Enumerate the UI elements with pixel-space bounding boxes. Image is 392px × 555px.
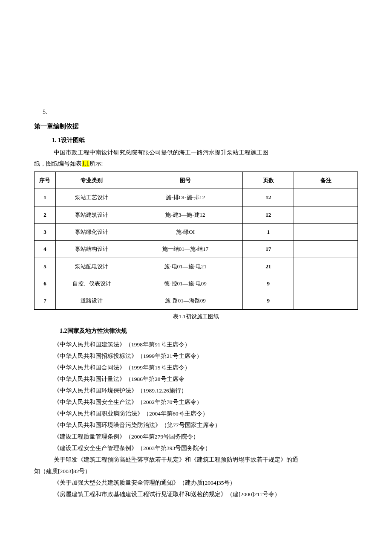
law-item: 《中华人民共和国计量法》（1986年第28号主席令 — [54, 373, 358, 385]
law-item: 《中华人民共和国职业病防治法》（2004年第60号主席令） — [54, 408, 358, 419]
cell-cat: 泵站建筑设计 — [55, 206, 128, 223]
cell-num: 施-建3—施-建12 — [128, 206, 243, 223]
table-row: 6 自控、仪表设计 德-控01—施-电09 9 — [35, 275, 358, 292]
para2-post: 所示: — [89, 160, 103, 167]
list-number-5: 5. — [43, 107, 358, 117]
cell-num: 施-排OI-施-排12 — [128, 189, 243, 206]
table-row: 3 泵站绿化设计 施-绿OI 1 — [35, 223, 358, 240]
header-drawing-num: 图号 — [128, 171, 243, 189]
cell-seq: 3 — [35, 223, 56, 240]
law-item: 《房屋建筑工程和市政基础建设工程试行见证取样和送检的规定》（建[2000]211… — [54, 488, 358, 500]
law-item: 《建设工程安全生产管理条例》（2003年第393号国务院令） — [54, 442, 358, 454]
law-item: 《建设工程质量管理条例》（2000年第279号国务院令） — [54, 431, 358, 442]
cell-num: 德-控01—施-电09 — [128, 275, 243, 292]
cell-page: 21 — [243, 258, 294, 275]
table-ref-highlight: 1.1 — [82, 160, 89, 167]
cell-num: 施-电01—施-电21 — [128, 258, 243, 275]
cell-seq: 2 — [35, 206, 56, 223]
cell-note — [294, 206, 358, 223]
table-row: 2 泵站建筑设计 施-建3—施-建12 12 — [35, 206, 358, 223]
law-item: 《中华人民共和国合同法》（1999年第15号主席令） — [54, 362, 358, 373]
section-1-1-title: 1. 1设计图纸 — [52, 135, 358, 145]
law-item: 《中华人民共和国环境保护法》（1989.12.26施行） — [54, 385, 358, 396]
header-note: 备注 — [294, 171, 358, 189]
cell-note — [294, 258, 358, 275]
law-item: 《关于加强大型公共建筑质量安全管理的通知》（建办质[2004]35号） — [54, 477, 358, 488]
table-row: 5 泵站配电设计 施-电01—施-电21 21 — [35, 258, 358, 275]
table-row: 1 泵站工艺设计 施-排OI-施-排12 12 — [35, 189, 358, 206]
section-1-2-title: 1.2国家及地方性法律法规 — [60, 325, 358, 336]
cell-cat: 自控、仪表设计 — [55, 275, 128, 292]
law-item: 《中华人民共和国招标投标法》（1999年第21号主席令） — [54, 350, 358, 362]
cell-page: 12 — [243, 189, 294, 206]
cell-cat: 泵站绿化设计 — [55, 223, 128, 240]
law-item: 《中华人民共和国安全生产法》（2002年第70号主席令） — [54, 396, 358, 408]
cell-cat: 道路设计 — [55, 292, 128, 309]
cell-seq: 4 — [35, 241, 56, 258]
cell-page: 12 — [243, 206, 294, 223]
table-header-row: 序号 专业类别 图号 页数 备注 — [35, 171, 358, 189]
cell-page: 9 — [243, 292, 294, 309]
chapter-title: 第一章编制依据 — [34, 121, 358, 132]
cell-cat: 泵站工艺设计 — [55, 189, 128, 206]
cell-seq: 5 — [35, 258, 56, 275]
cell-page: 1 — [243, 223, 294, 240]
law-item: 《中华人民共和国建筑法》（1998年第91号主席令） — [54, 339, 358, 350]
cell-page: 17 — [243, 241, 294, 258]
cell-note — [294, 275, 358, 292]
cell-seq: 1 — [35, 189, 56, 206]
cell-note — [294, 241, 358, 258]
table-row: 4 泵站结构设计 施一结01—施-结17 17 — [35, 241, 358, 258]
cell-note — [294, 189, 358, 206]
para2-pre: 纸，图纸编号如表 — [34, 160, 82, 167]
table-caption: 表1.1初设施工图纸 — [34, 311, 358, 321]
law-item-wrap-line1: 关于印发《建筑工程预防高处坠落事故若干规定》和《建筑工程预防坍塌事故若干规定》的… — [54, 454, 358, 465]
cell-num: 施一结01—施-结17 — [128, 241, 243, 258]
cell-seq: 6 — [35, 275, 56, 292]
law-item: 《中华人民共和国环境噪音污染防治法》（第77号国家主席令） — [54, 419, 358, 431]
drawings-table: 序号 专业类别 图号 页数 备注 1 泵站工艺设计 施-排OI-施-排12 12… — [34, 171, 358, 310]
cell-page: 9 — [243, 275, 294, 292]
section-1-1-paragraph-1: 中国市政工程中南设计研究总院有限公司提供的海工一路污水提升泵站工程施工图 — [54, 147, 358, 158]
table-row: 7 道路设计 施-路01—海路09 9 — [35, 292, 358, 309]
cell-num: 施-绿OI — [128, 223, 243, 240]
header-pages: 页数 — [243, 171, 294, 189]
cell-note — [294, 223, 358, 240]
cell-num: 施-路01—海路09 — [128, 292, 243, 309]
cell-note — [294, 292, 358, 309]
section-1-1-paragraph-2: 纸，图纸编号如表1.1所示: — [34, 158, 358, 169]
header-seq: 序号 — [35, 171, 56, 189]
law-item-wrap-line2: 知（建质[2003]82号） — [34, 465, 358, 477]
header-category: 专业类别 — [55, 171, 128, 189]
cell-seq: 7 — [35, 292, 56, 309]
cell-cat: 泵站配电设计 — [55, 258, 128, 275]
cell-cat: 泵站结构设计 — [55, 241, 128, 258]
